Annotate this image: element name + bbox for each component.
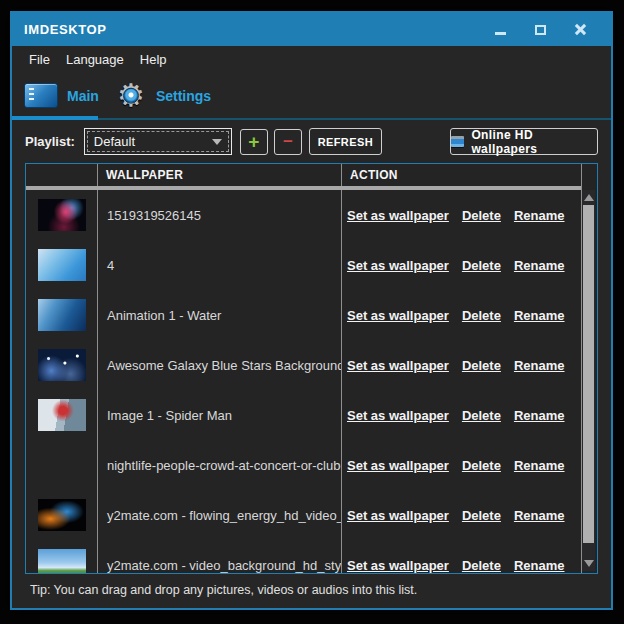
table-row: 4 Set as wallpaper Delete Rename: [26, 240, 581, 290]
wallpaper-thumbnail: [38, 449, 86, 481]
app-window: IMDESKTOP File Language Help Main ⚙ Sett…: [10, 11, 613, 610]
playlist-dropdown[interactable]: Default: [84, 128, 232, 155]
maximize-button[interactable]: [523, 18, 557, 42]
rename-link[interactable]: Rename: [514, 358, 565, 373]
scroll-down-icon[interactable]: [584, 560, 594, 567]
table-row: nightlife-people-crowd-at-concert-or-clu…: [26, 440, 581, 490]
wallpaper-name: y2mate.com - video_background_hd_style_p…: [107, 558, 342, 573]
rename-link[interactable]: Rename: [514, 258, 565, 273]
minimize-icon: [495, 32, 506, 35]
remove-playlist-button[interactable]: −: [274, 129, 302, 155]
window-title: IMDESKTOP: [24, 22, 106, 37]
refresh-button[interactable]: REFRESH: [309, 128, 382, 155]
wallpaper-name: Animation 1 - Water: [107, 308, 221, 323]
rename-link[interactable]: Rename: [514, 408, 565, 423]
menu-file[interactable]: File: [21, 48, 58, 71]
tab-settings[interactable]: ⚙ Settings: [107, 73, 219, 118]
close-icon: [574, 23, 587, 36]
wallpaper-table: WALLPAPER ACTION 1519319526145 Set as wa…: [25, 163, 598, 574]
online-hd-wallpapers-button[interactable]: Online HD wallpapers: [450, 128, 598, 155]
playlist-selected-value: Default: [94, 134, 135, 149]
wallpaper-thumbnail: [38, 199, 86, 231]
set-as-wallpaper-link[interactable]: Set as wallpaper: [347, 208, 449, 223]
table-row: 1519319526145 Set as wallpaper Delete Re…: [26, 190, 581, 240]
wallpaper-thumbnail: [38, 299, 86, 331]
rename-link[interactable]: Rename: [514, 308, 565, 323]
menu-language[interactable]: Language: [58, 48, 132, 71]
active-tab-underline: [12, 116, 98, 120]
tab-main-label: Main: [67, 88, 99, 104]
tab-settings-label: Settings: [156, 88, 211, 104]
set-as-wallpaper-link[interactable]: Set as wallpaper: [347, 308, 449, 323]
rename-link[interactable]: Rename: [514, 208, 565, 223]
maximize-icon: [535, 25, 546, 35]
column-thumbnail: [26, 164, 98, 186]
table-row: y2mate.com - flowing_energy_hd_video_bac…: [26, 490, 581, 540]
column-wallpaper: WALLPAPER: [98, 164, 342, 186]
wallpaper-name: Image 1 - Spider Man: [107, 408, 232, 423]
tip-text: Tip: You can drag and drop any pictures,…: [25, 583, 598, 597]
set-as-wallpaper-link[interactable]: Set as wallpaper: [347, 558, 449, 573]
column-action: ACTION: [342, 164, 581, 186]
rename-link[interactable]: Rename: [514, 458, 565, 473]
tab-main[interactable]: Main: [16, 73, 107, 118]
table-row: y2mate.com - video_background_hd_style_p…: [26, 540, 581, 573]
table-body: 1519319526145 Set as wallpaper Delete Re…: [26, 190, 581, 573]
playlist-toolbar: Playlist: Default + − REFRESH Online HD …: [25, 120, 598, 163]
online-hd-wallpapers-label: Online HD wallpapers: [471, 128, 597, 156]
set-as-wallpaper-link[interactable]: Set as wallpaper: [347, 258, 449, 273]
wallpaper-name: Awesome Galaxy Blue Stars Background Mot…: [107, 358, 342, 373]
playlist-label: Playlist:: [25, 134, 75, 149]
delete-link[interactable]: Delete: [462, 558, 501, 573]
desktop-icon: [24, 83, 58, 108]
rename-link[interactable]: Rename: [514, 558, 565, 573]
close-button[interactable]: [563, 18, 597, 42]
wallpaper-thumbnail: [38, 499, 86, 531]
rename-link[interactable]: Rename: [514, 508, 565, 523]
set-as-wallpaper-link[interactable]: Set as wallpaper: [347, 408, 449, 423]
add-playlist-button[interactable]: +: [240, 129, 268, 155]
menu-bar: File Language Help: [12, 46, 611, 73]
delete-link[interactable]: Delete: [462, 408, 501, 423]
delete-link[interactable]: Delete: [462, 308, 501, 323]
wallpaper-thumbnail: [38, 249, 86, 281]
set-as-wallpaper-link[interactable]: Set as wallpaper: [347, 458, 449, 473]
main-panel: Playlist: Default + − REFRESH Online HD …: [12, 120, 611, 608]
delete-link[interactable]: Delete: [462, 258, 501, 273]
wallpaper-thumbnail: [38, 549, 86, 573]
scrollbar-thumb[interactable]: [583, 205, 594, 543]
gear-icon: ⚙: [115, 80, 147, 112]
wallpaper-name: nightlife-people-crowd-at-concert-or-clu…: [107, 458, 342, 473]
table-row: Animation 1 - Water Set as wallpaper Del…: [26, 290, 581, 340]
wallpaper-name: 4: [107, 258, 114, 273]
window-controls: [477, 18, 597, 42]
menu-help[interactable]: Help: [132, 48, 175, 71]
wallpaper-thumbnail: [38, 399, 86, 431]
wallpaper-thumbnail: [38, 349, 86, 381]
wallpaper-name: y2mate.com - flowing_energy_hd_video_bac…: [107, 508, 342, 523]
title-bar: IMDESKTOP: [12, 13, 611, 46]
chevron-down-icon: [212, 139, 222, 145]
table-header: WALLPAPER ACTION: [26, 164, 581, 186]
delete-link[interactable]: Delete: [462, 358, 501, 373]
minimize-button[interactable]: [483, 18, 517, 42]
set-as-wallpaper-link[interactable]: Set as wallpaper: [347, 508, 449, 523]
tab-strip: Main ⚙ Settings: [12, 73, 611, 120]
scroll-up-icon[interactable]: [584, 194, 594, 201]
vertical-scrollbar[interactable]: [582, 190, 595, 571]
delete-link[interactable]: Delete: [462, 508, 501, 523]
delete-link[interactable]: Delete: [462, 458, 501, 473]
set-as-wallpaper-link[interactable]: Set as wallpaper: [347, 358, 449, 373]
wallpaper-name: 1519319526145: [107, 208, 201, 223]
picture-icon: [451, 136, 464, 147]
delete-link[interactable]: Delete: [462, 208, 501, 223]
table-row: Awesome Galaxy Blue Stars Background Mot…: [26, 340, 581, 390]
table-row: Image 1 - Spider Man Set as wallpaper De…: [26, 390, 581, 440]
